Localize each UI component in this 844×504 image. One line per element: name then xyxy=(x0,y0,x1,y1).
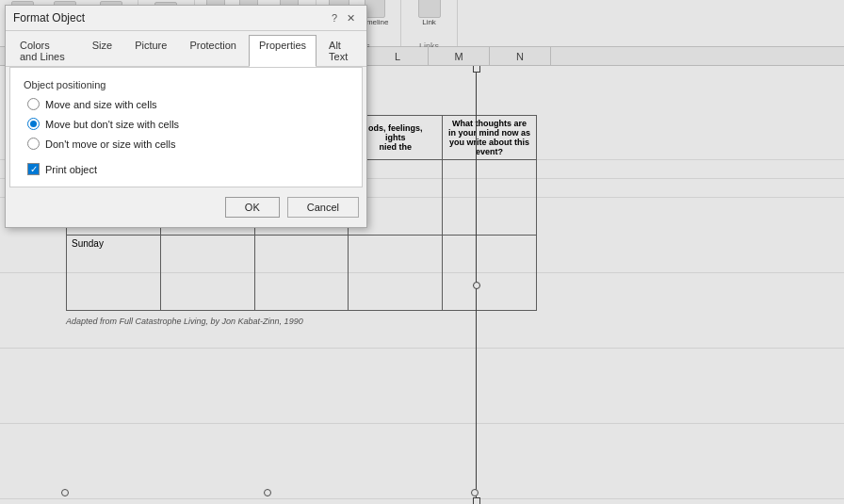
close-button[interactable]: ✕ xyxy=(343,12,359,24)
radio-label-dont-move: Don't move or size with cells xyxy=(45,138,175,150)
format-object-dialog: Format Object ? ✕ Colors and Lines Size … xyxy=(5,5,367,228)
radio-item-move-only[interactable]: Move but don't size with cells xyxy=(27,118,349,130)
print-object-checkbox[interactable]: ✓ Print object xyxy=(27,163,349,175)
help-button[interactable]: ? xyxy=(328,12,341,24)
radio-move-size[interactable] xyxy=(27,98,40,110)
dialog-overlay: Format Object ? ✕ Colors and Lines Size … xyxy=(0,0,844,504)
radio-group: Move and size with cells Move but don't … xyxy=(27,98,349,150)
cancel-button[interactable]: Cancel xyxy=(287,197,359,218)
tab-picture[interactable]: Picture xyxy=(124,35,177,66)
radio-dont-move[interactable] xyxy=(27,138,40,150)
print-object-label: Print object xyxy=(45,164,97,175)
dialog-title: Format Object xyxy=(13,11,85,24)
radio-move-only[interactable] xyxy=(27,118,40,130)
radio-label-move-size: Move and size with cells xyxy=(45,99,157,110)
check-mark: ✓ xyxy=(30,165,38,174)
tab-properties[interactable]: Properties xyxy=(249,35,316,67)
dialog-tabs: Colors and Lines Size Picture Protection… xyxy=(6,31,366,67)
object-positioning-title: Object positioning xyxy=(24,79,349,90)
ok-button[interactable]: OK xyxy=(225,197,280,218)
radio-label-move-only: Move but don't size with cells xyxy=(45,119,179,130)
dialog-title-controls: ? ✕ xyxy=(328,12,359,24)
radio-item-dont-move[interactable]: Don't move or size with cells xyxy=(27,138,349,150)
tab-size[interactable]: Size xyxy=(82,35,122,66)
radio-item-move-size[interactable]: Move and size with cells xyxy=(27,98,349,110)
dialog-content: Object positioning Move and size with ce… xyxy=(9,67,363,187)
dialog-footer: OK Cancel xyxy=(6,187,366,227)
dialog-titlebar[interactable]: Format Object ? ✕ xyxy=(6,6,366,31)
tab-alt-text[interactable]: Alt Text xyxy=(318,35,361,66)
tab-protection[interactable]: Protection xyxy=(179,35,247,66)
tab-colors-lines[interactable]: Colors and Lines xyxy=(9,35,80,66)
checkbox-print[interactable]: ✓ xyxy=(27,163,40,175)
